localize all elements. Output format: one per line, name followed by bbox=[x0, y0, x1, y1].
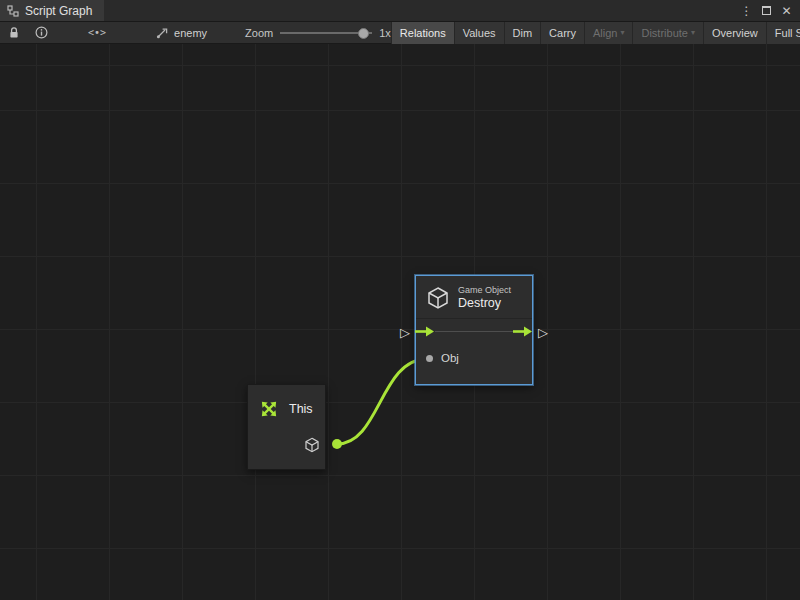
node-this[interactable]: This bbox=[247, 384, 326, 470]
flow-out-arrow-icon[interactable] bbox=[513, 326, 533, 337]
align-button[interactable]: Align ▾ bbox=[584, 22, 632, 44]
caret-down-icon: ▾ bbox=[620, 28, 624, 37]
tab-title: Script Graph bbox=[25, 4, 92, 18]
window-controls: ⋮ ✕ bbox=[738, 0, 800, 21]
carry-button[interactable]: Carry bbox=[540, 22, 584, 44]
this-move-icon bbox=[258, 398, 280, 420]
maximize-icon[interactable] bbox=[758, 2, 775, 19]
relations-button[interactable]: Relations bbox=[391, 22, 454, 44]
zoom-slider[interactable] bbox=[280, 27, 372, 39]
this-output-port-dot[interactable] bbox=[332, 439, 342, 449]
destroy-node-titles: Game Object Destroy bbox=[458, 285, 511, 311]
edit-source-icon[interactable]: <•> bbox=[84, 22, 110, 44]
flow-in-arrow-icon[interactable] bbox=[415, 326, 435, 337]
align-label: Align bbox=[593, 27, 617, 39]
graph-breadcrumb[interactable]: enemy bbox=[156, 26, 207, 39]
tab-script-graph[interactable]: Script Graph bbox=[0, 0, 104, 21]
zoom-label: Zoom bbox=[245, 27, 273, 39]
connection-layer bbox=[0, 44, 800, 600]
input-port-obj[interactable]: Obj bbox=[416, 344, 532, 364]
cube-icon bbox=[426, 286, 450, 310]
this-node-header: This bbox=[248, 385, 325, 420]
values-button[interactable]: Values bbox=[454, 22, 504, 44]
maximize-glyph bbox=[762, 6, 771, 15]
script-graph-window: Script Graph ⋮ ✕ <•> bbox=[0, 0, 800, 600]
titlebar: Script Graph ⋮ ✕ bbox=[0, 0, 800, 22]
close-icon[interactable]: ✕ bbox=[778, 2, 795, 19]
flow-through-row bbox=[416, 318, 532, 344]
connection-this-to-obj[interactable] bbox=[337, 359, 427, 444]
toolbar-buttons: Relations Values Dim Carry Align ▾ Distr… bbox=[391, 22, 800, 44]
graph-asset-icon bbox=[156, 26, 169, 39]
obj-port-dot-icon[interactable] bbox=[426, 355, 433, 362]
carry-label: Carry bbox=[549, 27, 576, 39]
flow-output-port-icon[interactable]: ▷ bbox=[538, 326, 548, 339]
graph-name: enemy bbox=[174, 27, 207, 39]
obj-port-label: Obj bbox=[441, 352, 459, 364]
dim-button[interactable]: Dim bbox=[504, 22, 541, 44]
cube-icon bbox=[304, 437, 320, 453]
overview-button[interactable]: Overview bbox=[703, 22, 766, 44]
this-output-port[interactable] bbox=[304, 437, 320, 453]
script-graph-icon bbox=[7, 5, 19, 17]
fullscreen-label: Full Screen bbox=[775, 27, 800, 39]
lock-glyph bbox=[8, 26, 20, 39]
destroy-node-header: Game Object Destroy bbox=[416, 276, 532, 318]
kebab-menu-icon[interactable]: ⋮ bbox=[738, 2, 755, 19]
node-destroy[interactable]: ▷ ▷ Game Object Destroy bbox=[415, 275, 533, 385]
values-label: Values bbox=[463, 27, 496, 39]
distribute-label: Distribute bbox=[641, 27, 687, 39]
this-node-title: This bbox=[289, 402, 313, 416]
distribute-button[interactable]: Distribute ▾ bbox=[632, 22, 702, 44]
flow-line bbox=[435, 331, 513, 332]
zoom-control: Zoom 1x bbox=[245, 27, 391, 39]
relations-label: Relations bbox=[400, 27, 446, 39]
graph-toolbar: <•> enemy Zoom 1x Relations Values bbox=[0, 22, 800, 44]
graph-canvas[interactable]: ▷ ▷ Game Object Destroy bbox=[0, 44, 800, 600]
inspect-info-icon[interactable] bbox=[31, 22, 52, 44]
dim-label: Dim bbox=[513, 27, 533, 39]
node-title: Destroy bbox=[458, 296, 511, 311]
fullscreen-button[interactable]: Full Screen bbox=[766, 22, 800, 44]
caret-down-icon: ▾ bbox=[691, 28, 695, 37]
flow-input-port-icon[interactable]: ▷ bbox=[400, 326, 410, 339]
overview-label: Overview bbox=[712, 27, 758, 39]
zoom-value: 1x bbox=[379, 27, 391, 39]
node-category: Game Object bbox=[458, 285, 511, 296]
lock-icon[interactable] bbox=[4, 22, 24, 44]
info-glyph bbox=[35, 26, 48, 39]
zoom-slider-knob[interactable] bbox=[358, 28, 369, 39]
